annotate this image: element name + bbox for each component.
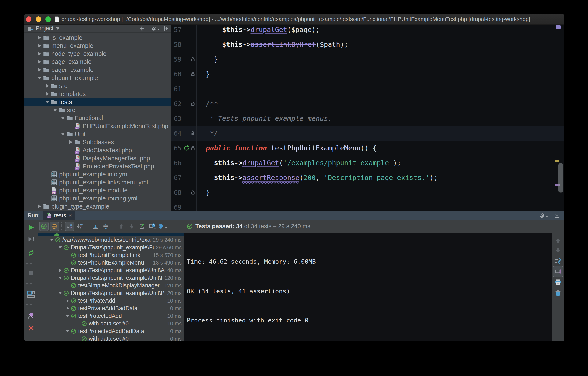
tree-item-protected-privates-test[interactable]: ProtectedPrivatesTest.php — [24, 162, 171, 170]
tree-item-src[interactable]: src — [24, 82, 171, 90]
tree-item-menu-example[interactable]: menu_example — [24, 42, 171, 50]
clear-console-button[interactable] — [555, 290, 561, 297]
show-ignored-toggle[interactable] — [50, 222, 59, 231]
test-root-row-partial[interactable] — [38, 233, 184, 236]
pin-tab-button[interactable] — [27, 312, 35, 319]
expand-arrow-icon[interactable] — [38, 36, 41, 40]
test-suite-row[interactable]: Drupal\Tests\phpunit_example\Unit\A40 ms — [38, 266, 184, 274]
inspection-status-marker[interactable] — [556, 25, 561, 29]
expand-arrow-icon[interactable] — [38, 204, 41, 208]
up-stacktrace-button[interactable] — [555, 238, 561, 244]
stop-button[interactable] — [28, 270, 34, 276]
tree-item-unit[interactable]: Unit — [24, 130, 171, 138]
expand-arrow-icon[interactable] — [70, 140, 72, 144]
expand-arrow-icon[interactable] — [46, 92, 49, 96]
expand-all-button[interactable] — [91, 222, 100, 231]
expand-arrow-icon[interactable] — [38, 60, 41, 64]
previous-failed-test-button[interactable] — [116, 222, 126, 231]
swap-arrows-icon[interactable] — [554, 257, 562, 265]
expand-arrow-icon[interactable] — [66, 307, 69, 310]
show-passed-toggle[interactable] — [39, 222, 49, 231]
collapse-arrow-icon[interactable] — [38, 77, 42, 79]
expand-arrow-icon[interactable] — [59, 269, 62, 272]
test-case-row[interactable]: testPhpUnitExampleLink15 s 570 ms — [38, 251, 184, 259]
test-case-row[interactable]: testProtectedAddBadData0 ms — [38, 327, 184, 335]
tree-item-phpunit-example[interactable]: phpunit_example — [24, 74, 171, 82]
code-line-65[interactable]: 65 public function testPhpUnitExampleMen… — [171, 141, 564, 155]
tree-item-pager-example[interactable]: pager_example — [24, 66, 171, 74]
run-test-gutter-icon[interactable] — [183, 145, 189, 151]
lock-icon[interactable] — [190, 101, 195, 106]
tree-item-display-manager-test[interactable]: DisplayManagerTest.php — [24, 154, 171, 162]
minimize-window-button[interactable] — [36, 16, 41, 22]
collapse-all-button[interactable] — [101, 222, 110, 231]
test-console-output[interactable]: Time: 46.62 seconds, Memory: 6.00MB OK (… — [184, 233, 552, 341]
panel-settings-button[interactable] — [151, 26, 160, 32]
tree-item-phpunit-example-menu-test[interactable]: PHPUnitExampleMenuTest.php — [24, 122, 171, 130]
code-line-69[interactable]: 69 — [171, 200, 564, 211]
expand-arrow-icon[interactable] — [38, 44, 41, 48]
collapse-arrow-icon[interactable] — [66, 315, 69, 317]
test-dataset-row[interactable]: with data set #010 ms — [38, 320, 184, 327]
tree-item-templates[interactable]: templates — [24, 90, 171, 98]
expand-arrow-icon[interactable] — [38, 52, 41, 55]
editor-scrollbar[interactable] — [558, 163, 563, 193]
rerun-tests-button[interactable] — [27, 224, 35, 231]
test-case-row[interactable]: testPrivateAddBadData0 ms — [38, 305, 184, 312]
test-case-row[interactable]: testProtectedAdd10 ms — [38, 312, 184, 320]
run-panel-settings-button[interactable] — [539, 212, 548, 219]
tree-item-routing-yml[interactable]: phpunit_example.routing.yml — [24, 194, 171, 202]
code-line-57[interactable]: 57 $this->drupalGet($page); — [171, 24, 564, 37]
rerun-failed-tests-button[interactable] — [27, 236, 35, 243]
lock-icon[interactable] — [190, 145, 195, 151]
code-line-61[interactable]: 61 — [171, 81, 564, 96]
code-line-63[interactable]: 63 * Tests phpunit_example menus. — [171, 111, 564, 126]
close-window-button[interactable] — [26, 16, 32, 22]
print-button[interactable] — [554, 279, 562, 286]
collapse-arrow-icon[interactable] — [59, 246, 62, 249]
collapse-arrow-icon[interactable] — [53, 109, 57, 111]
code-line-66[interactable]: 66 $this->drupalGet('/examples/phpunit-e… — [171, 155, 564, 170]
tree-item-tests-selected[interactable]: tests — [24, 98, 171, 106]
collapse-arrow-icon[interactable] — [45, 101, 49, 103]
zoom-window-button[interactable] — [45, 16, 51, 22]
test-dataset-row[interactable]: with data set #00 ms — [38, 335, 184, 341]
tree-item-subclasses[interactable]: Subclasses — [24, 138, 171, 146]
test-suite-row[interactable]: /var/www/web/modules/contrib/exa29 s 240… — [38, 236, 184, 243]
collapse-arrow-icon[interactable] — [66, 330, 69, 332]
collapse-arrow-icon[interactable] — [61, 117, 65, 120]
hide-tool-window-icon[interactable] — [554, 212, 560, 219]
tree-item-tests-src[interactable]: src — [24, 106, 171, 114]
sort-alphabetically-toggle[interactable] — [65, 222, 74, 231]
chevron-down-icon[interactable] — [56, 27, 59, 30]
restore-layout-button[interactable] — [27, 290, 35, 298]
hide-panel-icon[interactable] — [163, 26, 169, 32]
tree-item-add-class-test[interactable]: AddClassTest.php — [24, 146, 171, 154]
next-failed-test-button[interactable] — [127, 222, 136, 231]
expand-arrow-icon[interactable] — [38, 68, 41, 72]
test-case-row[interactable]: testPhpUnitExampleMenu13 s 490 ms — [38, 259, 184, 266]
lock-icon[interactable] — [190, 56, 195, 62]
test-settings-button[interactable] — [158, 222, 167, 231]
code-line-64-current[interactable]: 64 */ — [171, 126, 564, 141]
test-case-row[interactable]: testPrivateAdd10 ms — [38, 297, 184, 305]
expand-arrow-icon[interactable] — [66, 299, 69, 302]
test-history-button[interactable] — [148, 222, 157, 231]
tree-item-page-example[interactable]: page_example — [24, 58, 171, 66]
close-panel-button[interactable] — [28, 325, 34, 331]
collapse-arrow-icon[interactable] — [59, 277, 62, 279]
run-tab-tests[interactable]: tests × — [43, 211, 75, 220]
collapse-arrow-icon[interactable] — [61, 133, 65, 135]
tree-item-node-type-example[interactable]: node_type_example — [24, 50, 171, 58]
project-panel-title[interactable]: Project — [36, 25, 53, 32]
test-suite-row[interactable]: Drupal\Tests\phpunit_example\Unit\P20 ms — [38, 289, 184, 297]
collapse-arrow-icon[interactable] — [59, 292, 62, 294]
code-line-59[interactable]: 59 } — [171, 52, 564, 66]
toggle-auto-test-button[interactable] — [27, 249, 35, 257]
code-line-62[interactable]: 62 /** — [171, 96, 564, 111]
collapse-arrow-icon[interactable] — [50, 239, 53, 241]
lock-icon[interactable] — [190, 131, 195, 136]
warning-stripe-mark[interactable] — [556, 160, 559, 162]
tree-item-module-file[interactable]: phpunit_example.module — [24, 186, 171, 194]
tree-item-functional[interactable]: Functional — [24, 114, 171, 122]
